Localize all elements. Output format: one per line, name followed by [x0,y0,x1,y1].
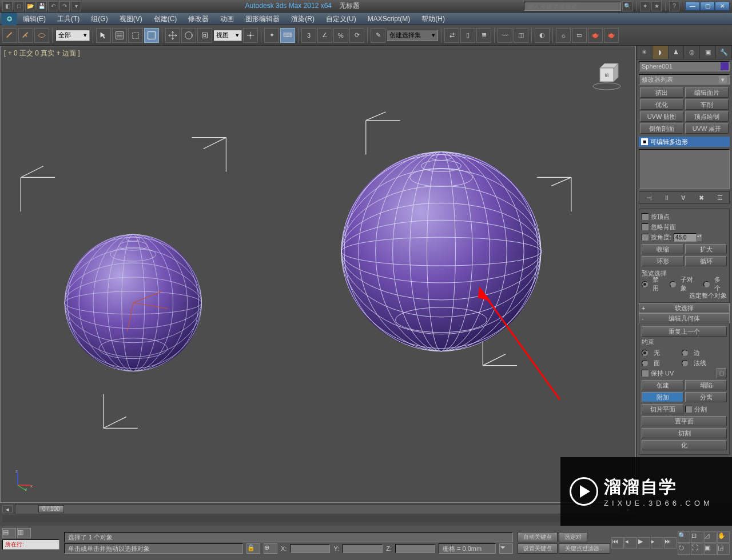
mod-lathe-button[interactable]: 车削 [685,99,729,110]
mod-vertexpaint-button[interactable]: 顶点绘制 [685,111,729,122]
split-checkbox[interactable] [685,406,692,413]
remove-modifier-icon[interactable]: ✖ [699,194,704,202]
modifier-stack-item[interactable]: ■可编辑多边形 [639,137,730,147]
maximize-button[interactable]: ▢ [700,2,715,11]
menu-animation[interactable]: 动画 [214,13,240,25]
material-editor-icon[interactable]: ◐ [535,28,550,43]
edit-geometry-rollout-header[interactable]: -编辑几何体 [639,313,730,323]
repeat-last-button[interactable]: 重复上一个 [642,326,727,337]
select-object-icon[interactable] [96,28,111,43]
show-end-result-icon[interactable]: Ⅱ [665,194,668,202]
search-icon[interactable]: 🔍 [622,1,632,11]
coord-z-field[interactable] [395,544,435,553]
by-vertex-checkbox[interactable] [642,213,649,220]
app-logo-icon[interactable]: ✪ [1,13,17,25]
absolute-transform-icon[interactable]: ⊕ [264,543,277,554]
modifier-stack-area[interactable] [639,149,730,189]
constraint-edge-radio[interactable] [682,350,688,356]
grow-button[interactable]: 扩大 [685,244,727,254]
render-iterative-icon[interactable]: 🫖 [604,28,619,43]
prev-frame-icon[interactable]: ◂ [624,537,637,549]
goto-end-icon[interactable]: ⏭ [664,537,677,549]
viewport-nav-icon[interactable]: ◲ [717,543,730,555]
slice-plane-button[interactable]: 切片平面 [642,404,683,414]
redo-icon[interactable]: ↷ [59,1,70,11]
perspective-viewport[interactable]: [ + 0 正交 0 真实 + 边面 ] [0,46,636,503]
key-filters-button[interactable]: 关键点过滤器... [559,543,610,554]
save-file-icon[interactable]: 💾 [37,1,47,11]
next-frame-icon[interactable]: ▸ [651,537,663,549]
ignore-backfacing-checkbox[interactable] [642,223,649,230]
constraint-normal-radio[interactable] [682,360,688,366]
create-button[interactable]: 创建 [642,380,683,390]
pan-icon[interactable]: ✋ [717,531,730,543]
mod-optimize-button[interactable]: 优化 [640,99,683,110]
modifier-list-combo[interactable]: 修改器列表 [639,74,730,85]
render-production-icon[interactable]: 🫖 [588,28,603,43]
preserve-uv-settings-button[interactable]: □ [717,368,727,378]
help-search-input[interactable] [524,2,621,11]
edit-named-sel-icon[interactable]: ✎ [371,28,385,43]
viewcube-icon[interactable]: 前 [590,58,624,92]
tab-modify-icon[interactable]: ◗ [653,46,669,59]
soft-selection-rollout-header[interactable]: +软选择 [639,303,730,313]
menu-customize[interactable]: 自定义(U) [320,13,362,25]
goto-start-icon[interactable]: ⏮ [611,537,624,549]
reset-plane-button[interactable]: 置平面 [642,416,727,426]
shrink-button[interactable]: 收缩 [642,244,683,254]
pin-stack-icon[interactable]: ⊣ [646,194,652,202]
qat-dropdown-icon[interactable]: ▾ [71,1,81,11]
open-file-icon[interactable]: 📂 [25,1,35,11]
link-tool-icon[interactable] [2,28,17,43]
msmooth-button[interactable]: 化 [642,440,727,450]
spinner-snap-icon[interactable]: ⟳ [349,28,364,43]
set-key-button[interactable]: 设置关键点 [518,543,558,554]
tab-utilities-icon[interactable]: 🔧 [716,46,732,59]
ring-button[interactable]: 环形 [642,256,683,266]
menu-create[interactable]: 创建(C) [148,13,183,25]
constraint-face-radio[interactable] [642,360,648,366]
loop-button[interactable]: 循环 [685,256,727,266]
time-tag-icon[interactable]: ⏷ [499,543,513,554]
time-ruler[interactable] [2,515,634,522]
fov-icon[interactable]: ◿ [704,531,717,543]
cut-button[interactable]: 切割 [642,428,727,438]
comm-center-icon[interactable]: ✦ [640,1,650,11]
minimize-button[interactable]: — [685,2,700,11]
menu-rendering[interactable]: 渲染(R) [285,13,320,25]
menu-maxscript[interactable]: MAXScript(M) [362,13,416,25]
auto-key-button[interactable]: 自动关键点 [518,532,558,542]
timeline-left-icon[interactable]: ◂ [2,505,13,513]
maximize-viewport-icon[interactable]: ▣ [704,543,717,555]
menu-group[interactable]: 组(G) [85,13,113,25]
keyboard-shortcut-icon[interactable]: ⌨ [280,28,295,43]
menu-graph-editors[interactable]: 图形编辑器 [240,13,285,25]
tab-display-icon[interactable]: ▣ [700,46,716,59]
object-name-field[interactable]: Sphere001 [639,61,730,71]
object-color-swatch[interactable] [721,62,729,70]
play-icon[interactable]: ▶ [638,537,650,549]
percent-snap-icon[interactable]: % [333,28,348,43]
time-slider[interactable]: 0 / 100 [15,504,621,514]
detach-button[interactable]: 分离 [685,392,727,402]
menu-tools[interactable]: 工具(T) [51,13,85,25]
window-crossing-icon[interactable] [144,28,159,43]
key-mode-combo[interactable]: 选定对 [559,532,587,542]
preview-off-radio[interactable] [642,281,648,287]
menu-modifiers[interactable]: 修改器 [182,13,214,25]
unlink-tool-icon[interactable] [18,28,33,43]
selection-filter-combo[interactable]: 全部 [55,30,90,41]
manipulate-icon[interactable]: ✦ [264,28,279,43]
preview-multi-radio[interactable] [703,281,710,287]
zoom-icon[interactable]: 🔍 [678,531,690,543]
rotate-tool-icon[interactable] [181,28,196,43]
mod-extrude-button[interactable]: 挤出 [640,87,683,98]
scale-tool-icon[interactable] [197,28,212,43]
render-setup-icon[interactable]: ☼ [556,28,571,43]
menu-views[interactable]: 视图(V) [114,13,148,25]
maxscript-listener-icon[interactable]: ▥ [17,528,31,538]
configure-sets-icon[interactable]: ☰ [717,194,723,202]
bind-spacewarp-icon[interactable] [34,28,49,43]
mirror-icon[interactable]: ⇄ [444,28,459,43]
schematic-view-icon[interactable]: ◫ [514,28,528,43]
